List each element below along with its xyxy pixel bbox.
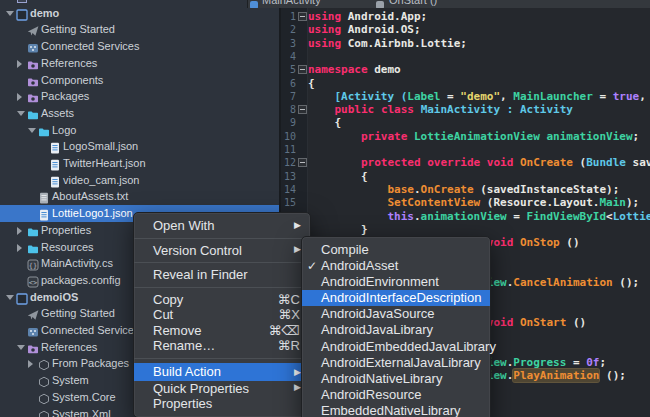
line-number: 6 bbox=[281, 77, 296, 90]
code-text: public class MainActivity : Activity bbox=[308, 103, 573, 116]
code-line-12: 12 protected override void OnCreate (Bun… bbox=[281, 156, 650, 170]
ref-icon bbox=[38, 391, 50, 403]
menu-item-reveal-in-finder[interactable]: Reveal in Finder bbox=[134, 267, 310, 283]
menu-item-androidresource[interactable]: AndroidResource bbox=[302, 387, 490, 403]
tree-item-connected-services[interactable]: Connected Services bbox=[0, 38, 279, 55]
svg-text:{}: {} bbox=[29, 262, 37, 270]
menu-item-androidinterfacedescription[interactable]: AndroidInterfaceDescription bbox=[302, 290, 490, 306]
code-token: . bbox=[414, 183, 421, 196]
code-token: } bbox=[308, 223, 368, 236]
tree-item-label: System.Core bbox=[52, 391, 116, 403]
services-icon bbox=[27, 40, 39, 52]
line-number: 5 bbox=[281, 63, 296, 76]
fold-marker-icon[interactable] bbox=[298, 105, 307, 114]
submenu-arrow-icon: ▶ bbox=[294, 218, 301, 234]
fold-marker-icon[interactable] bbox=[298, 12, 307, 21]
menu-item-label: Rename… bbox=[153, 338, 215, 353]
menu-item-androidnativelibrary[interactable]: AndroidNativeLibrary bbox=[302, 371, 490, 387]
menu-item-label: Quick Properties bbox=[153, 381, 249, 396]
code-token: CancelAnimation bbox=[513, 276, 612, 289]
code-token bbox=[308, 103, 335, 116]
menu-item-rename[interactable]: Rename…⌘R bbox=[134, 338, 310, 354]
fold-marker-icon[interactable] bbox=[298, 65, 307, 74]
menu-item-compile[interactable]: Compile bbox=[302, 242, 490, 258]
code-token: void bbox=[487, 156, 514, 169]
tree-item-video-cam-json[interactable]: video_cam.json bbox=[0, 172, 279, 189]
tree-item-label: packages.config bbox=[41, 274, 121, 286]
code-token bbox=[407, 130, 414, 143]
disclosure-triangle[interactable] bbox=[17, 227, 22, 235]
menu-item-androidembeddedjavalibrary[interactable]: AndroidEmbeddedJavaLibrary bbox=[302, 339, 490, 355]
code-line-2: 2using Android.OS; bbox=[281, 23, 650, 37]
disclosure-triangle[interactable] bbox=[17, 111, 25, 116]
line-number: 11 bbox=[281, 143, 296, 156]
fold-marker-icon[interactable] bbox=[298, 158, 307, 167]
menu-item-remove[interactable]: Remove⌘⌫ bbox=[134, 323, 310, 339]
tree-item-aboutassets-txt[interactable]: AboutAssets.txt bbox=[0, 188, 279, 205]
menu-item-androidexternaljavalibrary[interactable]: AndroidExternalJavaLibrary bbox=[302, 355, 490, 371]
menu-item-version-control[interactable]: Version Control▶ bbox=[134, 243, 310, 259]
code-token: (); bbox=[599, 369, 626, 382]
disclosure-triangle[interactable] bbox=[28, 360, 33, 368]
tree-item-label: Components bbox=[41, 74, 103, 86]
tree-item-references[interactable]: References bbox=[0, 55, 279, 72]
code-text: { bbox=[308, 170, 368, 183]
tree-item-assets[interactable]: Assets bbox=[0, 105, 279, 122]
tree-item-components[interactable]: Components bbox=[0, 72, 279, 89]
menu-item-androidasset[interactable]: ✓AndroidAsset bbox=[302, 258, 490, 274]
tree-item-logo[interactable]: Logo bbox=[0, 122, 279, 139]
tree-item-label: Connected Services bbox=[41, 324, 139, 336]
code-line-9: 9 { bbox=[281, 116, 650, 130]
tree-item-packages[interactable]: Packages bbox=[0, 88, 279, 105]
menu-item-androidjavalibrary[interactable]: AndroidJavaLibrary bbox=[302, 322, 490, 338]
menu-item-quick-properties[interactable]: Quick Properties▶ bbox=[134, 381, 310, 397]
code-line-13: 13 { bbox=[281, 170, 650, 184]
menu-item-androidjavasource[interactable]: AndroidJavaSource bbox=[302, 306, 490, 322]
breadcrumb-item[interactable]: MainActivity bbox=[262, 0, 321, 8]
code-token bbox=[308, 183, 387, 196]
menu-item-label: Open With bbox=[153, 218, 214, 233]
menu-item-properties[interactable]: Properties bbox=[134, 396, 310, 412]
line-number: 7 bbox=[281, 90, 296, 103]
code-text: using Android.OS; bbox=[308, 23, 421, 36]
line-number: 2 bbox=[281, 23, 296, 36]
menu-separator bbox=[134, 258, 310, 267]
tree-item-label: demo bbox=[30, 0, 59, 2]
menu-item-embeddednativelibrary[interactable]: EmbeddedNativeLibrary bbox=[302, 403, 490, 417]
line-number: 1 bbox=[281, 10, 296, 23]
tree-item-twitterheart-json[interactable]: TwitterHeart.json bbox=[0, 155, 279, 172]
code-token: LottieAnimationView bbox=[414, 130, 540, 143]
code-line-8: 8 public class MainActivity : Activity bbox=[281, 103, 650, 117]
disclosure-triangle[interactable] bbox=[17, 93, 22, 101]
tree-item-demo-project[interactable]: demo bbox=[0, 5, 279, 22]
menu-item-androidenvironment[interactable]: AndroidEnvironment bbox=[302, 274, 490, 290]
disclosure-triangle[interactable] bbox=[17, 345, 25, 350]
scope-icon-blue bbox=[250, 1, 258, 8]
code-text: protected override void OnCreate (Bundle… bbox=[308, 156, 650, 169]
code-token: 0f bbox=[586, 356, 599, 369]
code-token: , bbox=[639, 90, 646, 103]
menu-item-copy[interactable]: Copy⌘C bbox=[134, 292, 310, 308]
tree-item-logosmall-json[interactable]: LogoSmall.json bbox=[0, 138, 279, 155]
disclosure-triangle[interactable] bbox=[6, 295, 14, 300]
menu-item-build-action[interactable]: Build Action▶ bbox=[134, 363, 310, 381]
menu-item-cut[interactable]: Cut⌘X bbox=[134, 307, 310, 323]
disclosure-triangle[interactable] bbox=[6, 11, 14, 16]
code-token: this bbox=[387, 210, 414, 223]
tree-item-label: demo bbox=[30, 7, 59, 19]
code-token: = bbox=[566, 356, 586, 369]
tree-item-getting-started[interactable]: Getting Started bbox=[0, 21, 279, 38]
code-token: override bbox=[427, 156, 480, 169]
menu-item-open-with[interactable]: Open With▶ bbox=[134, 218, 310, 234]
menu-item-label: Version Control bbox=[153, 243, 242, 258]
code-token bbox=[308, 156, 361, 169]
breadcrumb-item[interactable]: OnStart () bbox=[389, 0, 437, 8]
disclosure-triangle[interactable] bbox=[17, 60, 22, 68]
disclosure-triangle[interactable] bbox=[28, 128, 36, 133]
code-token: OnCreate bbox=[520, 156, 573, 169]
menu-item-label: Copy bbox=[153, 292, 183, 307]
folder-cyan-icon bbox=[38, 124, 50, 136]
disclosure-triangle[interactable] bbox=[17, 244, 22, 252]
code-text: namespace demo bbox=[308, 63, 401, 76]
line-number: 14 bbox=[281, 183, 296, 196]
